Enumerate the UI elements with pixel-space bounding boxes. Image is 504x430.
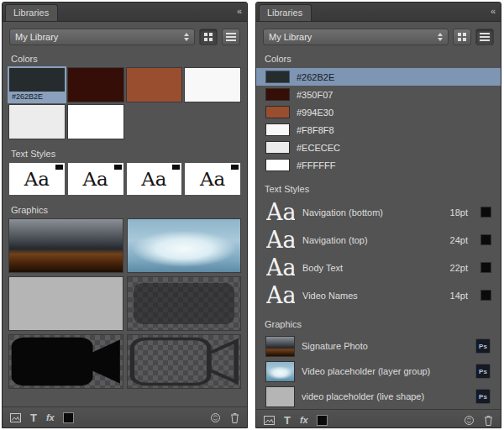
grid-view-button[interactable]	[199, 29, 218, 45]
color-swatch[interactable]	[9, 105, 65, 139]
color-list-item[interactable]: #262B2E	[256, 68, 501, 86]
library-select[interactable]: My Library	[9, 29, 195, 45]
color-list-item[interactable]: #F8F8F8	[256, 121, 501, 139]
graphic-thumbnail-storm-photo	[266, 337, 294, 356]
text-styles-section-label: Text Styles	[265, 184, 492, 194]
color-swatch[interactable]	[185, 68, 240, 102]
text-style-preview: Aa	[266, 228, 295, 253]
grid-view-icon	[204, 33, 213, 41]
new-graphic-icon[interactable]	[264, 416, 275, 425]
graphic-list-item[interactable]: Signature Photo Ps	[256, 333, 501, 359]
colors-section-label: Colors	[265, 54, 492, 64]
graphic-tile-video-shape-transparent[interactable]	[128, 335, 241, 388]
collapse-panel-icon[interactable]: «	[491, 6, 495, 16]
list-view-button[interactable]	[475, 29, 494, 45]
graphic-list-item[interactable]: Video placeholder (layer group) Ps	[256, 359, 501, 384]
text-style-size: 14pt	[450, 291, 468, 301]
color-hex-label: #FFFFFF	[297, 160, 335, 170]
color-list-item[interactable]: #FFFFFF	[256, 156, 501, 174]
text-styles-section-label: Text Styles	[11, 149, 239, 159]
text-style-tile[interactable]: Aa	[127, 163, 182, 195]
sync-status-icon[interactable]	[464, 415, 475, 426]
library-controls: My Library	[263, 29, 494, 45]
panel-toolbar: T fx	[256, 409, 501, 427]
photoshop-badge: Ps	[475, 338, 491, 354]
delete-icon[interactable]	[484, 415, 493, 426]
color-swatch[interactable]	[68, 105, 123, 139]
color-chip	[266, 124, 289, 135]
new-text-style-icon[interactable]: T	[284, 414, 291, 427]
text-style-list-item[interactable]: Aa Body Text 22pt	[256, 254, 501, 281]
graphic-tile-iceberg-photo[interactable]	[128, 219, 241, 272]
text-color-chip	[481, 235, 491, 244]
panel-body: My Library Colors #262B2E #350F07	[256, 22, 501, 427]
graphic-thumbnail-iceberg-photo	[266, 362, 294, 381]
text-style-list-item[interactable]: Aa Navigation (top) 24pt	[256, 226, 501, 254]
color-swatch[interactable]	[68, 68, 123, 102]
text-color-chip	[172, 165, 180, 170]
grid-view-button[interactable]	[453, 29, 471, 45]
text-style-tile[interactable]: Aa	[68, 163, 123, 195]
rounded-rectangle-shape	[134, 283, 235, 324]
text-style-tile[interactable]: Aa	[185, 163, 240, 195]
video-shape-icon	[9, 335, 123, 388]
graphic-name: Signature Photo	[302, 341, 468, 351]
panel-toolbar: T fx	[3, 406, 247, 427]
graphic-list-item[interactable]: video placeholder (live shape) Ps	[256, 384, 501, 409]
selected-swatch-hex-label: #262B2E	[9, 92, 65, 102]
graphics-section-label: Graphics	[11, 205, 239, 215]
color-swatch-grid: #262B2E	[9, 68, 240, 139]
color-hex-label: #350F07	[297, 90, 333, 100]
text-style-preview: Aa	[266, 200, 295, 225]
text-style-size: 24pt	[450, 235, 468, 245]
text-color-chip	[481, 207, 491, 217]
new-color-swatch-icon[interactable]	[318, 416, 327, 425]
sync-status-icon[interactable]	[210, 412, 221, 423]
library-select-value: My Library	[269, 32, 312, 42]
collapse-panel-icon[interactable]: «	[237, 6, 241, 16]
text-style-name: Navigation (bottom)	[302, 207, 443, 218]
color-chip	[266, 107, 289, 118]
color-list-item[interactable]: #994E30	[256, 103, 501, 121]
text-color-chip	[481, 291, 491, 300]
new-graphic-icon[interactable]	[10, 413, 21, 422]
graphic-thumbnail-gray-rectangle	[266, 387, 294, 406]
graphic-tile-transparent-rounded-rectangle[interactable]	[128, 277, 241, 330]
graphic-tile-video-shape-filled[interactable]	[9, 335, 123, 388]
color-list-item[interactable]: #ECECEC	[256, 139, 501, 156]
text-style-size: 18pt	[450, 207, 468, 218]
color-swatch[interactable]	[127, 68, 182, 102]
text-style-list-item[interactable]: Aa Navigation (bottom) 18pt	[256, 198, 501, 226]
graphics-grid	[9, 219, 240, 388]
panel-header: Libraries «	[256, 3, 501, 22]
text-style-tile[interactable]: Aa	[9, 163, 65, 195]
color-chip	[266, 71, 289, 82]
graphic-tile-storm-photo[interactable]	[9, 219, 123, 272]
color-list-item[interactable]: #350F07	[256, 86, 501, 103]
color-hex-label: #262B2E	[297, 72, 334, 82]
color-hex-label: #F8F8F8	[297, 125, 334, 135]
tab-libraries[interactable]: Libraries	[259, 4, 312, 21]
new-color-swatch-icon[interactable]	[64, 413, 73, 422]
delete-icon[interactable]	[230, 412, 239, 423]
library-select[interactable]: My Library	[263, 29, 449, 45]
graphic-tile-gray-rectangle[interactable]	[9, 277, 123, 330]
graphic-name: video placeholder (live shape)	[302, 391, 468, 401]
list-view-button[interactable]	[222, 29, 240, 45]
new-layer-style-icon[interactable]: fx	[300, 415, 308, 425]
dropdown-arrows-icon	[184, 33, 189, 41]
color-hex-label: #994E30	[297, 108, 333, 118]
new-text-style-icon[interactable]: T	[30, 412, 37, 424]
new-layer-style-icon[interactable]: fx	[46, 412, 55, 422]
photoshop-badge: Ps	[475, 364, 491, 379]
libraries-panel-grid-view: Libraries « My Library Colors #262B2E	[2, 2, 248, 428]
text-style-name: Video Names	[302, 291, 443, 301]
graphics-section-label: Graphics	[265, 319, 492, 329]
tab-libraries[interactable]: Libraries	[5, 4, 58, 21]
text-color-chip	[231, 165, 239, 170]
color-swatch[interactable]: #262B2E	[9, 68, 65, 102]
text-style-list-item[interactable]: Aa Video Names 14pt	[256, 281, 501, 309]
text-color-chip	[481, 263, 491, 272]
libraries-panel-list-view: Libraries « My Library Colors #262B2E	[255, 2, 501, 428]
photoshop-badge: Ps	[475, 389, 491, 404]
